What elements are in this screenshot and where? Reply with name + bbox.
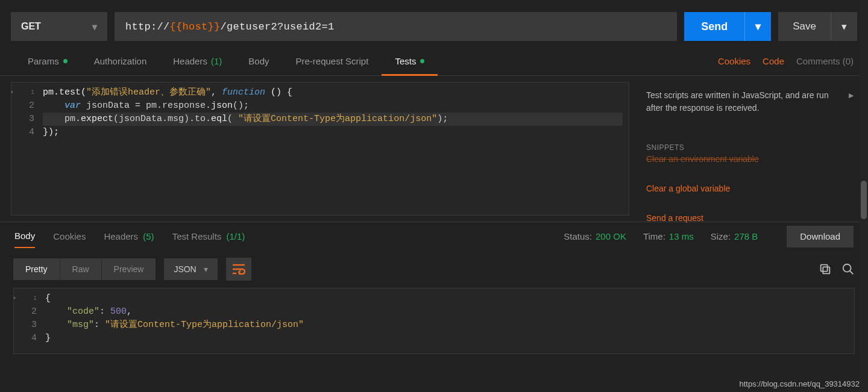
send-dropdown[interactable]: ▾	[744, 12, 771, 41]
tab-body[interactable]: Body	[235, 47, 282, 75]
view-mode-segment: Pretty Raw Preview	[13, 258, 156, 280]
svg-point-4	[843, 264, 851, 272]
gutter: 1 2 3 4	[11, 82, 38, 215]
snippet-send-request[interactable]: Send a request	[646, 212, 846, 225]
dot-icon	[420, 59, 424, 63]
tab-prerequest[interactable]: Pre-request Script	[283, 47, 382, 75]
code-area[interactable]: pm.test("添加错误header、参数正确", function () {…	[38, 82, 629, 215]
status-label: Status:200 OK	[564, 231, 626, 241]
svg-rect-2	[823, 267, 829, 273]
resp-tab-cookies[interactable]: Cookies	[53, 225, 86, 247]
snippet-cut: Clear an environment variable	[646, 153, 846, 166]
size-label: Size:278 B	[711, 231, 758, 241]
copy-icon[interactable]	[819, 263, 832, 276]
url-input[interactable]: http://{{host}}/getuser2?useid2=1	[115, 12, 677, 41]
format-select[interactable]: JSON ▾	[164, 258, 217, 280]
tab-params[interactable]: Params	[14, 47, 81, 75]
vertical-scrollbar[interactable]	[860, 0, 868, 392]
chevron-down-icon: ▾	[204, 264, 208, 274]
snippet-clear-global[interactable]: Clear a global variable	[646, 182, 846, 195]
chevron-down-icon: ▾	[92, 21, 97, 33]
download-button[interactable]: Download	[787, 226, 854, 247]
cookies-link[interactable]: Cookies	[718, 56, 750, 66]
method-label: GET	[21, 21, 41, 32]
expand-icon[interactable]: ▶	[849, 90, 854, 101]
tab-headers[interactable]: Headers(1)	[160, 47, 235, 75]
snippets-panel: ▶ Test scripts are written in JavaScript…	[635, 82, 857, 216]
method-select[interactable]: GET ▾	[11, 12, 107, 41]
resp-tab-testresults[interactable]: Test Results (1/1)	[172, 225, 245, 247]
gutter: 1 2 3 4	[14, 288, 40, 353]
tab-tests[interactable]: Tests	[382, 47, 438, 75]
response-body[interactable]: 1 2 3 4 { "code": 500, "msg": "请设置Conten…	[13, 288, 855, 354]
search-icon[interactable]	[841, 263, 855, 276]
time-label: Time:13 ms	[643, 231, 694, 241]
pretty-button[interactable]: Pretty	[13, 258, 60, 280]
tests-description: Test scripts are written in JavaScript, …	[646, 89, 846, 114]
tests-editor[interactable]: 1 2 3 4 pm.test("添加错误header、参数正确", funct…	[11, 82, 629, 216]
send-button[interactable]: Send ▾	[684, 12, 771, 41]
scroll-thumb[interactable]	[861, 181, 867, 219]
preview-button[interactable]: Preview	[102, 258, 156, 280]
resp-tab-body[interactable]: Body	[14, 225, 35, 248]
watermark: https://blog.csdn.net/qq_39314932	[740, 379, 860, 388]
save-button[interactable]: Save ▾	[778, 12, 857, 41]
svg-rect-3	[821, 265, 828, 272]
resp-tab-headers[interactable]: Headers (5)	[104, 225, 154, 247]
wrap-icon	[232, 264, 245, 275]
json-body: { "code": 500, "msg": "请设置Content-Type为a…	[40, 288, 854, 353]
code-link[interactable]: Code	[763, 56, 784, 66]
dot-icon	[63, 59, 68, 63]
svg-line-5	[850, 271, 854, 275]
comments-link[interactable]: Comments (0)	[796, 56, 854, 66]
save-dropdown[interactable]: ▾	[831, 12, 857, 41]
raw-button[interactable]: Raw	[60, 258, 102, 280]
wrap-lines-button[interactable]	[226, 258, 251, 281]
tab-authorization[interactable]: Authorization	[81, 47, 160, 75]
snippets-title: SNIPPETS	[646, 142, 846, 153]
